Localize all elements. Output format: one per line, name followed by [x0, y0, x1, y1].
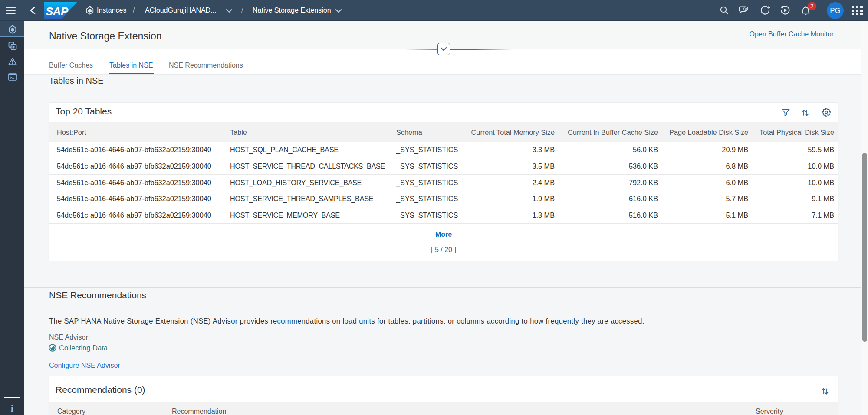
svg-text:SAP: SAP: [46, 5, 69, 18]
